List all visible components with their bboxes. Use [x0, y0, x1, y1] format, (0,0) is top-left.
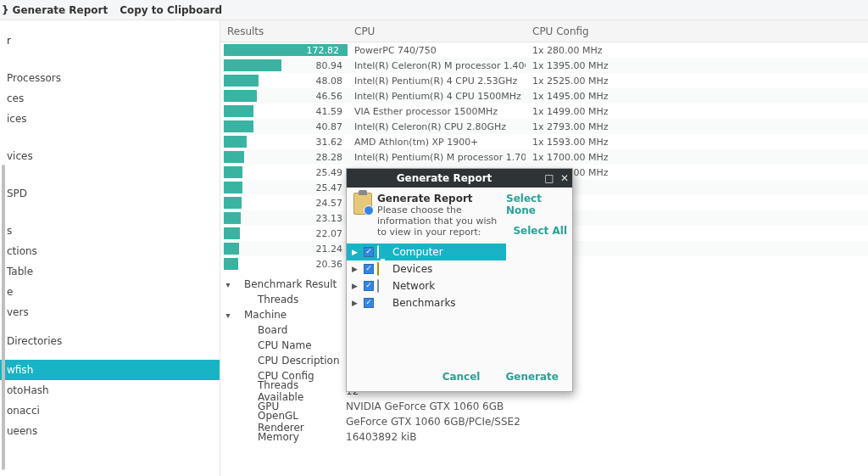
- result-value: 21.24: [316, 244, 343, 255]
- benchmarks-icon: [377, 297, 389, 309]
- detail-label: Board: [236, 324, 346, 336]
- col-header-cpu[interactable]: CPU: [348, 25, 526, 37]
- cpu-config: 1x 280.00 MHz: [526, 45, 868, 56]
- result-bar: [224, 120, 253, 132]
- result-value: 41.59: [316, 106, 343, 117]
- scrollbar[interactable]: [2, 165, 5, 470]
- result-bar: [224, 151, 244, 163]
- sidebar-item[interactable]: Processors: [0, 68, 220, 88]
- table-row[interactable]: 40.87Intel(R) Celeron(R) CPU 2.80GHz1x 2…: [220, 119, 868, 134]
- table-header: Results CPU CPU Config: [220, 20, 868, 42]
- checkbox[interactable]: [364, 247, 374, 257]
- monitor-icon: [377, 246, 389, 258]
- sidebar-item[interactable]: [0, 175, 220, 183]
- cpu-config: 1x 1861.00 MHz: [526, 167, 868, 178]
- table-row[interactable]: 80.94Intel(R) Celeron(R) M processor 1.4…: [220, 58, 868, 73]
- detail-section-label: Benchmark Result: [236, 278, 346, 290]
- result-value: 46.56: [316, 91, 343, 102]
- chevron-right-icon: ▶: [352, 299, 360, 307]
- checkbox[interactable]: [364, 298, 374, 308]
- sidebar-item[interactable]: [0, 212, 220, 221]
- cancel-button[interactable]: Cancel: [442, 371, 481, 383]
- sidebar-item[interactable]: s: [0, 221, 220, 241]
- copy-clipboard-toolbar-button[interactable]: Copy to Clipboard: [120, 4, 222, 16]
- table-row[interactable]: 48.08Intel(R) Pentium(R) 4 CPU 2.53GHz1x…: [220, 73, 868, 88]
- sidebar-item[interactable]: [0, 204, 220, 212]
- dialog-titlebar[interactable]: Generate Report □ ✕: [347, 169, 572, 188]
- sidebar-item[interactable]: r: [0, 31, 220, 51]
- select-all-button[interactable]: Select All: [513, 225, 567, 237]
- result-bar: [224, 212, 241, 224]
- checkbox[interactable]: [364, 281, 374, 291]
- tree-row-network[interactable]: ▶Network: [347, 277, 506, 294]
- sidebar-item[interactable]: ueens: [0, 421, 220, 441]
- tree-row-benchmarks[interactable]: ▶Benchmarks: [347, 294, 506, 311]
- cpu-config: 1x 2525.00 MHz: [526, 76, 868, 87]
- sidebar-item[interactable]: otoHash: [0, 380, 220, 400]
- table-row[interactable]: 46.56Intel(R) Pentium(R) 4 CPU 1500MHz1x…: [220, 88, 868, 104]
- tree-row-devices[interactable]: ▶Devices: [347, 260, 506, 277]
- col-header-config[interactable]: CPU Config: [526, 25, 868, 37]
- detail-row: Memory16403892 kiB: [220, 429, 868, 445]
- table-row[interactable]: 41.59VIA Esther processor 1500MHz1x 1499…: [220, 104, 868, 119]
- select-none-button[interactable]: Select None: [506, 193, 567, 216]
- detail-label: Threads Available: [236, 379, 346, 403]
- result-value: 31.62: [316, 137, 343, 148]
- chevron-down-icon[interactable]: ▾: [220, 311, 236, 320]
- tree-label: Benchmarks: [392, 297, 456, 309]
- checkbox[interactable]: [364, 264, 374, 274]
- col-header-results[interactable]: Results: [220, 25, 348, 37]
- sidebar-item[interactable]: [0, 51, 220, 59]
- detail-label: Threads: [236, 294, 346, 305]
- sidebar-item[interactable]: [0, 322, 220, 331]
- result-value: 20.36: [316, 259, 343, 270]
- sidebar-item[interactable]: Table: [0, 261, 220, 282]
- sidebar-item[interactable]: vices: [0, 146, 220, 166]
- sidebar-item[interactable]: [0, 129, 220, 137]
- cpu-name: PowerPC 740/750: [348, 45, 526, 56]
- table-row[interactable]: 172.82PowerPC 740/7501x 280.00 MHz: [220, 42, 868, 58]
- sidebar-item[interactable]: onacci: [0, 400, 220, 421]
- detail-value: 16403892 kiB: [346, 431, 416, 443]
- generate-button[interactable]: Generate: [505, 371, 559, 383]
- table-row[interactable]: 28.28Intel(R) Pentium(R) M processor 1.7…: [220, 149, 868, 165]
- tree-row-computer[interactable]: ▶Computer: [347, 244, 506, 260]
- sidebar-item[interactable]: [0, 166, 220, 175]
- cpu-config: .00 MHz: [526, 228, 868, 239]
- sidebar-item[interactable]: [0, 351, 220, 360]
- sidebar-item[interactable]: [0, 59, 220, 68]
- chevron-right-icon: ▶: [352, 248, 360, 256]
- sidebar-item[interactable]: e: [0, 282, 220, 302]
- copy-clipboard-label: Copy to Clipboard: [120, 4, 222, 16]
- detail-label: CPU Name: [236, 339, 346, 351]
- wrench-icon: }: [2, 4, 9, 16]
- detail-value: GeForce GTX 1060 6GB/PCIe/SSE2: [346, 416, 520, 428]
- tree-label: Computer: [392, 246, 443, 258]
- result-bar: [224, 197, 242, 209]
- sidebar-item[interactable]: [0, 137, 220, 146]
- cpu-name: Intel(R) Pentium(R) 4 CPU 1500MHz: [348, 91, 526, 102]
- sidebar-item[interactable]: ctions: [0, 241, 220, 261]
- table-row[interactable]: 31.62AMD Athlon(tm) XP 1900+1x 1593.00 M…: [220, 134, 868, 149]
- sidebar-item[interactable]: ces: [0, 88, 220, 109]
- window-maximize-icon[interactable]: □: [542, 172, 557, 184]
- result-bar: [224, 227, 240, 239]
- window-close-icon[interactable]: ✕: [557, 172, 572, 184]
- sidebar-item[interactable]: vers: [0, 302, 220, 322]
- sidebar-item[interactable]: ices: [0, 109, 220, 129]
- cpu-name: AMD Athlon(tm) XP 1900+: [348, 137, 526, 148]
- chevron-down-icon[interactable]: ▾: [220, 280, 236, 289]
- sidebar[interactable]: rProcessorscesicesvicesSPDsctionsTableev…: [0, 20, 220, 476]
- result-value: 28.28: [316, 152, 343, 163]
- cpu-name: Intel(R) Pentium(R) 4 CPU 2.53GHz: [348, 76, 526, 87]
- sidebar-item[interactable]: Directories: [0, 331, 220, 351]
- devices-icon: [377, 263, 389, 275]
- sidebar-item[interactable]: SPD: [0, 183, 220, 204]
- cpu-config: 1x 1700.00 MHz: [526, 152, 868, 163]
- result-value: 22.07: [316, 228, 343, 239]
- sidebar-item[interactable]: wfish: [0, 360, 220, 380]
- detail-section-label: Machine: [236, 309, 346, 321]
- tree-label: Devices: [392, 263, 432, 275]
- result-bar: [224, 136, 247, 148]
- generate-report-toolbar-button[interactable]: } Generate Report: [2, 4, 108, 16]
